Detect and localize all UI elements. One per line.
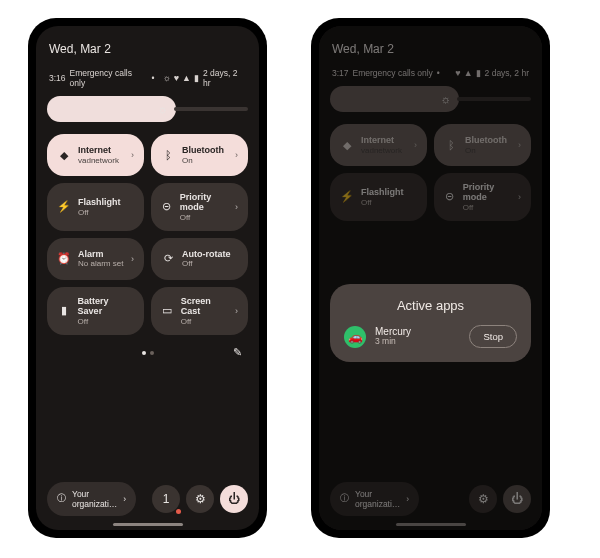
battery-text: 2 days, 2 hr [485,68,529,78]
tile-label: Flashlight [361,187,404,197]
home-indicator[interactable] [113,523,183,526]
chevron-icon: › [235,150,238,160]
tile-battery-saver[interactable]: ▮Battery SaverOff [47,287,144,335]
tile-flashlight[interactable]: ⚡FlashlightOff [47,183,144,231]
rotate-icon: ⟳ [161,252,175,266]
org-text: Your organizati… [355,489,400,509]
home-indicator[interactable] [396,523,466,526]
tile-bluetooth[interactable]: ᛒBluetoothOn› [151,134,248,176]
battery-icon: ▮ [194,73,199,83]
tile-alarm[interactable]: ⏰AlarmNo alarm set› [47,238,144,280]
tile-label: Internet [78,145,119,155]
bt-icon: ᛒ [444,138,458,152]
power-icon: ⏻ [511,492,523,506]
power-icon: ⏻ [228,492,240,506]
tile-label: Flashlight [78,197,121,207]
car-icon: 🚗 [348,330,363,344]
status-bar: 3:16 Emergency calls only • ☼ ♥ ▲ ▮ 2 da… [49,68,246,88]
gear-icon: ⚙ [478,492,489,506]
tile-priority-mode[interactable]: ⊝Priority modeOff› [151,183,248,231]
date-label: Wed, Mar 2 [332,42,529,56]
alarm-icon: ⏰ [57,252,71,266]
status-dot: • [437,68,440,78]
battery-icon: ▮ [476,68,481,78]
settings-button[interactable]: ⚙ [469,485,497,513]
priority-icon: ⊝ [444,190,456,204]
wifi-icon: ◆ [340,138,354,152]
tile-label: Auto-rotate [182,249,231,259]
info-icon: ⓘ [340,493,349,505]
battery-text: 2 days, 2 hr [203,68,246,88]
tile-internet[interactable]: ◆Internetvadnetwork› [47,134,144,176]
edit-icon[interactable]: ✎ [233,346,242,359]
heart-icon: ♥ [455,68,460,78]
chevron-icon: › [235,202,238,212]
battery-icon: ▮ [57,304,71,318]
power-button[interactable]: ⏻ [220,485,248,513]
tile-bluetooth[interactable]: ᛒBluetoothOn› [434,124,531,166]
gear-icon: ⚙ [195,492,206,506]
tile-sub: Off [181,317,228,326]
tile-label: Battery Saver [78,296,134,317]
status-icons: ♥ ▲ ▮ [455,68,480,78]
stop-button[interactable]: Stop [469,325,517,348]
settings-button[interactable]: ⚙ [186,485,214,513]
tile-sub: Off [463,203,511,212]
emergency-label: Emergency calls only [70,68,148,88]
chevron-icon: › [406,494,409,504]
screen-left: Wed, Mar 2 3:16 Emergency calls only • ☼… [36,26,259,530]
tile-sub: On [182,156,224,165]
brightness-icon: ☼ [156,102,170,116]
org-info-pill[interactable]: ⓘ Your organizati… › [330,482,419,516]
badge-count: 1 [163,492,170,506]
phone-right: Wed, Mar 2 3:17 Emergency calls only • ♥… [311,18,550,538]
tile-sub: Off [180,213,228,222]
location-icon: ☼ [162,73,170,83]
tile-label: Priority mode [180,192,228,213]
tile-priority-mode[interactable]: ⊝Priority modeOff› [434,173,531,221]
tile-auto-rotate[interactable]: ⟳Auto-rotateOff [151,238,248,280]
signal-icon: ▲ [464,68,473,78]
brightness-slider[interactable]: ☼ [47,96,248,122]
app-time: 3 min [375,337,411,347]
wifi-icon: ◆ [57,148,71,162]
screen-right: Wed, Mar 2 3:17 Emergency calls only • ♥… [319,26,542,530]
app-icon: 🚗 [344,326,366,348]
tile-label: Bluetooth [465,135,507,145]
tile-sub: Off [182,259,231,268]
chevron-icon: › [518,192,521,202]
pager-row: ✎ [47,345,248,361]
chevron-icon: › [518,140,521,150]
tile-label: Priority mode [463,182,511,203]
chevron-icon: › [235,306,238,316]
tile-sub: On [465,146,507,155]
power-button[interactable]: ⏻ [503,485,531,513]
tile-sub: No alarm set [78,259,123,268]
tile-flashlight[interactable]: ⚡FlashlightOff [330,173,427,221]
tile-sub: Off [78,208,121,217]
date-label: Wed, Mar 2 [49,42,246,56]
active-apps-title: Active apps [344,298,517,313]
heart-icon: ♥ [174,73,179,83]
bottom-bar: ⓘ Your organizati… › 1 ⚙ ⏻ [47,482,248,516]
tile-sub: Off [78,317,134,326]
page-dots [142,351,154,355]
time-label: 3:17 [332,68,349,78]
tile-label: Screen Cast [181,296,228,317]
cast-icon: ▭ [161,304,174,318]
org-info-pill[interactable]: ⓘ Your organizati… › [47,482,136,516]
emergency-label: Emergency calls only [353,68,433,78]
active-app-row[interactable]: 🚗 Mercury 3 min Stop [344,325,517,348]
bt-icon: ᛒ [161,148,175,162]
tile-sub: Off [361,198,404,207]
tile-screen-cast[interactable]: ▭Screen CastOff› [151,287,248,335]
chevron-icon: › [131,150,134,160]
priority-icon: ⊝ [161,200,173,214]
bottom-bar: ⓘ Your organizati… › ⚙ ⏻ [330,482,531,516]
quick-tiles-grid: ◆Internetvadnetwork›ᛒBluetoothOn›⚡Flashl… [330,124,531,221]
flash-icon: ⚡ [340,190,354,204]
org-text: Your organizati… [72,489,117,509]
active-apps-button[interactable]: 1 [152,485,180,513]
tile-internet[interactable]: ◆Internetvadnetwork› [330,124,427,166]
brightness-slider[interactable]: ☼ [330,86,531,112]
